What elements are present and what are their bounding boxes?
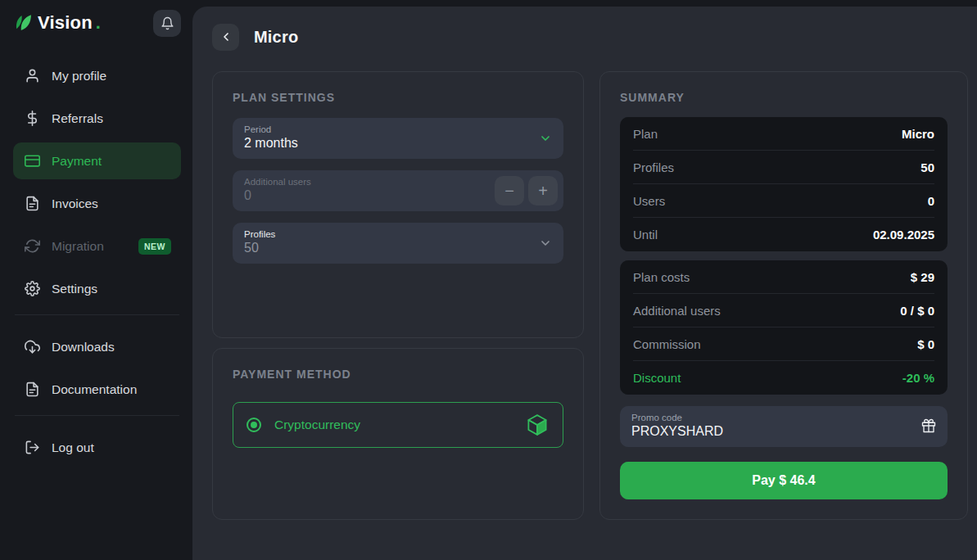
logo-leaf-icon: [13, 12, 34, 34]
main-panel: Micro PLAN SETTINGS Period 2 months Addi…: [192, 7, 977, 560]
radio-selected-icon: [247, 418, 261, 432]
sync-arrows-icon: [25, 238, 40, 254]
sidebar-item-label: My profile: [52, 69, 106, 84]
summary-row-label: Commission: [633, 337, 701, 351]
summary-row-profiles: Profiles 50: [633, 151, 934, 184]
download-cloud-icon: [25, 339, 40, 355]
file-text-icon: [25, 382, 40, 397]
right-column: SUMMARY Plan Micro Profiles 50 Users 0: [599, 71, 968, 520]
summary-row-value: Micro: [902, 127, 934, 141]
sidebar-item-label: Downloads: [52, 340, 115, 355]
summary-row-additional-users: Additional users 0 / $ 0: [633, 294, 934, 327]
payment-method-title: PAYMENT METHOD: [233, 368, 563, 381]
profiles-value: 50: [244, 241, 527, 255]
period-label: Period: [244, 124, 527, 134]
sidebar-nav: My profile Referrals Payment: [13, 57, 181, 466]
summary-row-value: $ 29: [911, 270, 934, 284]
sidebar-divider: [15, 415, 179, 416]
new-badge: NEW: [138, 238, 171, 255]
sidebar-item-label: Documentation: [52, 382, 137, 397]
bell-icon: [161, 16, 174, 30]
summary-row-value: 0: [928, 194, 934, 208]
payment-method-card: PAYMENT METHOD Cryptocurrency: [212, 348, 584, 520]
app-logo: Vision.: [13, 12, 101, 34]
sidebar-item-migration[interactable]: Migration NEW: [13, 228, 181, 264]
logo-dot: .: [96, 12, 101, 34]
promo-code-field[interactable]: Promo code PROXYSHARD: [620, 406, 948, 447]
chevron-down-icon: [539, 132, 552, 145]
sidebar-item-documentation[interactable]: Documentation: [13, 371, 181, 408]
sidebar-header: Vision.: [13, 7, 181, 39]
gear-icon: [25, 281, 40, 296]
sidebar-item-logout[interactable]: Log out: [13, 429, 181, 466]
summary-row-label: Discount: [633, 371, 681, 385]
cryptocurrency-option[interactable]: Cryptocurrency: [233, 402, 563, 448]
additional-users-stepper: − +: [495, 176, 558, 205]
sidebar-item-label: Log out: [52, 440, 94, 455]
summary-row-label: Plan: [633, 127, 658, 141]
gift-icon: [921, 418, 936, 433]
summary-row-label: Until: [633, 228, 658, 242]
sidebar-item-referrals[interactable]: Referrals: [13, 100, 181, 137]
summary-row-value: -20 %: [902, 371, 934, 385]
sidebar-divider: [15, 314, 179, 315]
page-header: Micro: [212, 23, 968, 51]
summary-row-discount: Discount -20 %: [633, 361, 934, 395]
sidebar-item-invoices[interactable]: Invoices: [13, 185, 181, 222]
file-text-icon: [25, 196, 40, 211]
additional-users-label: Additional users: [244, 177, 527, 187]
summary-row-label: Plan costs: [633, 270, 690, 284]
sidebar-item-downloads[interactable]: Downloads: [13, 328, 181, 365]
sidebar-item-label: Payment: [52, 154, 102, 169]
chevron-left-icon: [219, 30, 233, 43]
plan-settings-card: PLAN SETTINGS Period 2 months Additional…: [212, 71, 584, 338]
period-select[interactable]: Period 2 months: [233, 118, 563, 159]
summary-row-label: Users: [633, 194, 665, 208]
summary-row-plan: Plan Micro: [633, 117, 934, 151]
summary-row-label: Additional users: [633, 304, 721, 318]
user-icon: [25, 68, 40, 84]
summary-row-value: 02.09.2025: [873, 228, 934, 242]
sidebar: Vision. My profile: [0, 0, 192, 560]
summary-row-commission: Commission $ 0: [633, 327, 934, 361]
profiles-select[interactable]: Profiles 50: [233, 223, 563, 264]
notifications-button[interactable]: [153, 10, 181, 37]
sidebar-item-label: Migration: [52, 239, 104, 254]
summary-row-plan-costs: Plan costs $ 29: [633, 260, 934, 294]
cube-icon: [525, 413, 550, 437]
additional-users-value: 0: [244, 188, 527, 203]
profiles-label: Profiles: [244, 229, 527, 239]
sidebar-item-label: Invoices: [52, 196, 98, 211]
summary-row-label: Profiles: [633, 160, 674, 174]
logout-icon: [25, 440, 40, 455]
dollar-icon: [25, 111, 40, 126]
cost-summary-block: Plan costs $ 29 Additional users 0 / $ 0…: [620, 260, 948, 395]
plan-settings-title: PLAN SETTINGS: [233, 91, 563, 104]
promo-code-label: Promo code: [631, 413, 911, 422]
decrement-button[interactable]: −: [495, 176, 524, 205]
credit-card-icon: [25, 153, 40, 169]
page-title: Micro: [254, 28, 298, 47]
summary-card: SUMMARY Plan Micro Profiles 50 Users 0: [599, 71, 968, 520]
back-button[interactable]: [212, 24, 239, 51]
summary-row-value: $ 0: [917, 337, 934, 351]
content: PLAN SETTINGS Period 2 months Additional…: [212, 71, 968, 520]
sidebar-item-my-profile[interactable]: My profile: [13, 57, 181, 94]
promo-code-value: PROXYSHARD: [631, 424, 911, 439]
sidebar-item-label: Referrals: [52, 111, 103, 126]
summary-row-until: Until 02.09.2025: [633, 218, 934, 251]
pay-button[interactable]: Pay $ 46.4: [620, 462, 948, 499]
sidebar-item-payment[interactable]: Payment: [13, 142, 181, 179]
summary-row-value: 0 / $ 0: [900, 304, 934, 318]
left-column: PLAN SETTINGS Period 2 months Additional…: [212, 71, 584, 520]
summary-title: SUMMARY: [620, 91, 948, 104]
chevron-down-icon: [539, 237, 552, 250]
period-value: 2 months: [244, 136, 527, 151]
additional-users-field: Additional users 0 − +: [233, 170, 563, 211]
sidebar-item-label: Settings: [52, 282, 97, 296]
cryptocurrency-label: Cryptocurrency: [274, 418, 360, 432]
increment-button[interactable]: +: [528, 176, 558, 205]
app-name: Vision: [38, 12, 93, 34]
sidebar-item-settings[interactable]: Settings: [13, 270, 181, 307]
summary-row-users: Users 0: [633, 184, 934, 218]
